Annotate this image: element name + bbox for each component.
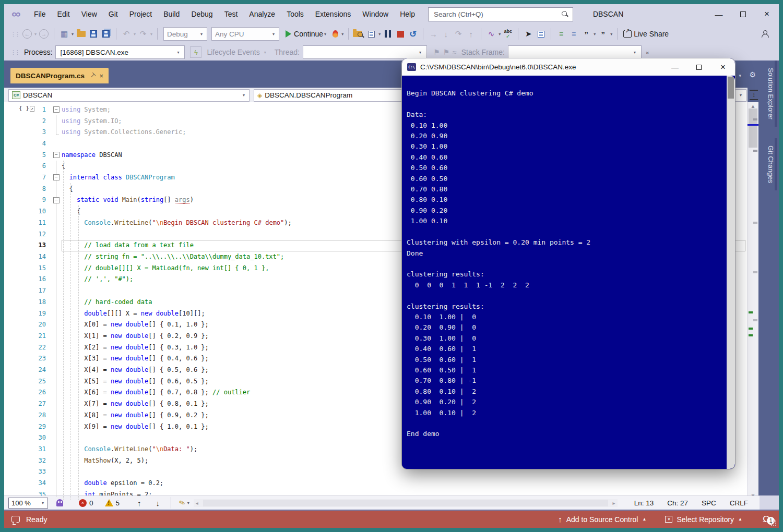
spaces-indicator[interactable]: SPC — [702, 499, 716, 507]
save-icon[interactable] — [88, 28, 99, 40]
code-line-34[interactable]: 34 double epsilon = 0.2; — [4, 477, 748, 489]
menu-build[interactable]: Build — [158, 10, 185, 18]
tool-window-tab-solution-explorer[interactable]: Solution Explorer — [764, 61, 777, 127]
break-all-icon[interactable] — [382, 28, 394, 40]
navigate-back-icon[interactable]: ← — [21, 28, 33, 40]
feedback-icon[interactable] — [11, 516, 20, 523]
menu-tools[interactable]: Tools — [281, 10, 310, 18]
editor-options-gear-icon[interactable]: ⚙ — [749, 70, 756, 79]
minimize-button[interactable]: — — [707, 4, 731, 24]
console-close-button[interactable]: × — [711, 58, 735, 76]
uncomment-icon[interactable]: ” — [597, 28, 609, 40]
step-over-icon[interactable]: ↷ — [453, 28, 464, 40]
notifications-bell-icon[interactable]: Ω1 — [763, 515, 770, 524]
line-indicator[interactable]: Ln: 13 — [634, 499, 654, 507]
menu-help[interactable]: Help — [394, 10, 421, 18]
tab-close-icon[interactable]: × — [100, 72, 104, 80]
menu-git[interactable]: Git — [103, 10, 124, 18]
lifecycle-events-label[interactable]: Lifecycle Events — [207, 48, 259, 56]
spell-check-icon[interactable]: abc✓ — [502, 28, 514, 40]
solution-platform-select[interactable]: Any CPU▾ — [211, 27, 279, 41]
suppress-icon[interactable]: ≈ — [453, 48, 457, 56]
hot-reload-dropdown-icon[interactable]: ▾ — [341, 32, 343, 37]
code-cleanup-icon[interactable]: ✎ — [178, 498, 186, 507]
flag-icon[interactable]: ⚑ — [433, 48, 440, 56]
type-dropdown-icon[interactable]: ▾ — [740, 93, 742, 98]
tab-list-dropdown-icon[interactable]: ▾ — [739, 73, 741, 78]
fold-collapse-icon[interactable]: − — [53, 106, 60, 113]
intellicode-icon[interactable] — [56, 499, 63, 506]
restart-icon[interactable]: ↺ — [407, 28, 419, 40]
find-in-files-icon[interactable] — [353, 28, 364, 40]
uncomment-dropdown-icon[interactable]: ▾ — [610, 32, 612, 37]
maximize-button[interactable] — [731, 4, 755, 24]
menu-view[interactable]: View — [76, 10, 103, 18]
open-folder-icon[interactable] — [75, 28, 87, 40]
fold-collapse-icon[interactable]: − — [53, 152, 60, 158]
indent-icon[interactable]: ≡ — [555, 28, 567, 40]
tab-dbscanprogram[interactable]: DBSCANProgram.cs ⊤ × — [10, 68, 109, 83]
pin-icon[interactable]: ⊤ — [88, 71, 97, 80]
error-count[interactable]: 0 — [89, 499, 93, 507]
menu-analyze[interactable]: Analyze — [243, 10, 281, 18]
continue-dropdown-icon[interactable]: ▾ — [324, 32, 326, 37]
save-all-icon[interactable] — [100, 28, 112, 40]
select-repository-button[interactable]: ▾ Select Repository ▲ — [665, 515, 742, 524]
console-minimize-button[interactable]: — — [663, 58, 687, 76]
live-share-label[interactable]: Live Share — [634, 30, 669, 38]
continue-button[interactable]: Continue ▾ — [281, 30, 327, 38]
menu-file[interactable]: File — [28, 10, 52, 18]
editor-horizontal-scrollbar[interactable]: ◂ ▸ — [194, 499, 618, 507]
navigate-forward-icon[interactable]: → — [38, 28, 50, 40]
console-maximize-button[interactable] — [687, 58, 711, 76]
resize-grip[interactable] — [770, 520, 777, 526]
console-window[interactable]: C:\ C:\VSM\DBSCAN\bin\Debug\net6.0\DBSCA… — [402, 58, 735, 469]
menu-debug[interactable]: Debug — [185, 10, 218, 18]
menu-edit[interactable]: Edit — [52, 10, 76, 18]
back-dropdown-icon[interactable]: ▾ — [34, 32, 37, 37]
scrollbar-thumb[interactable] — [749, 108, 757, 148]
live-share-icon[interactable] — [622, 28, 633, 40]
zoom-select[interactable]: 100 %▾ — [8, 498, 48, 509]
lifecycle-dropdown-icon[interactable]: ▾ — [264, 50, 266, 55]
thread-select[interactable]: ▾ — [303, 45, 427, 59]
add-user-icon[interactable] — [759, 28, 770, 40]
toolbar-grip[interactable]: ⋮⋮ — [10, 31, 19, 38]
editor-vertical-scrollbar[interactable]: ▲ ▼ — [747, 102, 758, 500]
close-button[interactable]: × — [755, 4, 779, 24]
warning-count[interactable]: 5 — [116, 499, 120, 507]
scroll-left-icon[interactable]: ◂ — [196, 499, 198, 507]
browse-dropdown-icon[interactable]: ▾ — [378, 32, 381, 37]
redo-dropdown-icon[interactable]: ▾ — [150, 32, 152, 37]
previous-issue-icon[interactable]: ↑ — [137, 499, 141, 507]
lifecycle-events-icon[interactable]: ϟ — [190, 46, 201, 58]
split-editor-handle[interactable]: ↕ — [750, 90, 758, 100]
redo-icon[interactable]: ↷ — [137, 28, 149, 40]
fold-collapse-icon[interactable]: − — [53, 197, 60, 203]
comment-dropdown-icon[interactable]: ▾ — [594, 32, 596, 37]
solution-configuration-select[interactable]: Debug▾ — [163, 27, 207, 41]
search-input[interactable]: Search (Ctrl+Q) — [428, 7, 573, 21]
error-icon[interactable]: × — [79, 499, 87, 507]
new-project-dropdown-icon[interactable]: ▾ — [72, 32, 74, 37]
menu-test[interactable]: Test — [219, 10, 244, 18]
format-document-icon[interactable]: ≡ — [568, 28, 579, 40]
show-next-statement-icon[interactable]: → — [428, 28, 439, 40]
project-dropdown-icon[interactable]: ▾ — [243, 93, 245, 98]
fold-collapse-icon[interactable]: − — [53, 174, 60, 180]
document-outline-icon[interactable] — [535, 28, 547, 40]
tool-window-tab-git-changes[interactable]: Git Changes — [764, 138, 777, 190]
toolbar-overflow-icon[interactable]: » — [645, 51, 650, 53]
step-into-icon[interactable]: ↓ — [440, 28, 452, 40]
menu-extensions[interactable]: Extensions — [310, 10, 357, 18]
console-scrollbar[interactable] — [727, 76, 735, 469]
profiler-dropdown-icon[interactable]: ▾ — [499, 32, 501, 37]
processbar-grip[interactable]: ⋮⋮ — [10, 49, 19, 56]
next-issue-icon[interactable]: ↓ — [156, 499, 160, 507]
stop-debugging-icon[interactable] — [395, 28, 406, 40]
undo-dropdown-icon[interactable]: ▾ — [134, 32, 136, 37]
comment-icon[interactable]: ” — [580, 28, 592, 40]
project-dropdown[interactable]: C# DBSCAN ▾ — [8, 89, 250, 102]
stack-frame-select[interactable]: ▾ — [508, 45, 642, 59]
console-title-bar[interactable]: C:\ C:\VSM\DBSCAN\bin\Debug\net6.0\DBSCA… — [402, 58, 735, 76]
